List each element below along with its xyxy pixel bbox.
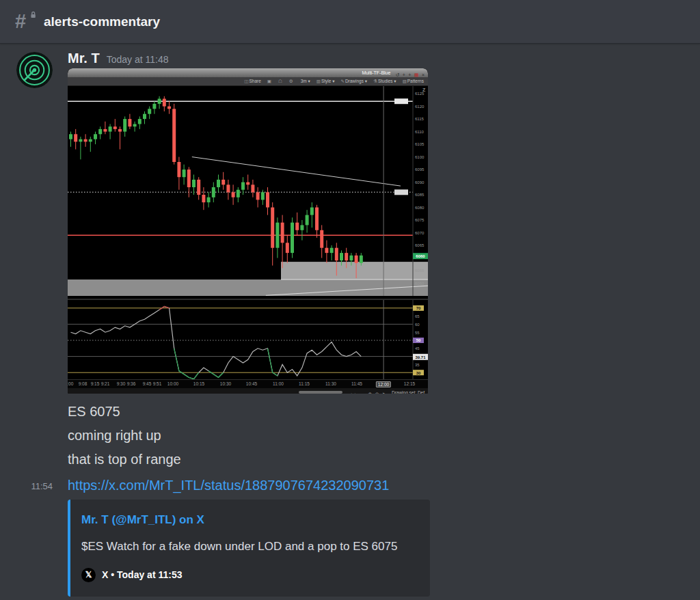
time-tick: 9:45 xyxy=(143,381,152,386)
embed-footer: 𝕏 X • Today at 11:53 xyxy=(81,565,419,584)
chart-bottom-strip: ◂ ▸ ↔ ⊕ ⊖ ➤ Drawing set: Def xyxy=(68,388,428,394)
support-zone xyxy=(68,279,428,296)
message-line: ES 6075 xyxy=(68,402,700,421)
chart-title: Multi-TF-Blue xyxy=(362,70,390,75)
lock-icon xyxy=(29,9,37,21)
message-group: Mr. T Today at 11:48 Multi-TF-Blue ↺ + +… xyxy=(0,51,700,597)
svg-text:6090: 6090 xyxy=(415,180,425,185)
time-tick: 9:15 xyxy=(91,381,100,386)
time-tick: 11:15 xyxy=(299,381,310,386)
chart-nav-icon[interactable]: ➤ xyxy=(382,392,386,394)
x-logo-icon: 𝕏 xyxy=(81,568,96,582)
chart-nav-icon[interactable]: ▸ xyxy=(355,392,358,394)
time-tick: 9:00 xyxy=(68,381,73,386)
chart-attachment[interactable]: Multi-TF-Blue ↺ + + ▦ × ◫Share▣☖⚙3m ▾▥St… xyxy=(68,68,428,394)
add-icon[interactable]: + xyxy=(408,72,411,77)
drawing-set-status: Drawing set: Def xyxy=(392,390,425,394)
embed-title[interactable]: Mr. T (@MrT_ITL) on X xyxy=(81,512,419,528)
toolbar-item[interactable]: ☖ xyxy=(278,79,283,84)
svg-text:50: 50 xyxy=(416,338,421,342)
chart-nav-icon[interactable]: ◂ xyxy=(349,392,352,394)
x-embed: Mr. T (@MrT_ITL) on X $ES Watch for a fa… xyxy=(68,500,430,597)
svg-text:6075: 6075 xyxy=(415,218,425,222)
message-lines: ES 6075 coming right up that is top of r… xyxy=(68,402,700,469)
author-name[interactable]: Mr. T xyxy=(68,51,100,66)
svg-text:70: 70 xyxy=(416,306,421,310)
svg-text:45: 45 xyxy=(415,346,420,351)
time-tick: 11:45 xyxy=(351,381,362,386)
time-tick: 9:21 xyxy=(101,381,110,386)
undo-icon[interactable]: ↺ xyxy=(395,72,399,77)
message-line: coming right up xyxy=(68,426,700,445)
svg-text:6120: 6120 xyxy=(415,105,425,109)
chart-nav-icon[interactable]: ⊕ xyxy=(368,392,372,394)
svg-text:39.71: 39.71 xyxy=(415,355,426,359)
message-timestamp: Today at 11:48 xyxy=(107,54,169,65)
time-axis: 9:009:089:159:219:309:369:459:5110:0010:… xyxy=(68,379,428,388)
svg-text:6095: 6095 xyxy=(415,167,425,172)
svg-text:60: 60 xyxy=(415,323,420,327)
time-tick: 9:36 xyxy=(127,381,136,386)
support-zone xyxy=(281,262,428,279)
avatar[interactable] xyxy=(16,52,53,88)
svg-text:35: 35 xyxy=(415,363,420,367)
toolbar-item[interactable]: ⚙ xyxy=(289,79,294,84)
svg-text:Z: Z xyxy=(422,87,426,92)
svg-text:6100: 6100 xyxy=(415,155,425,159)
toolbar-item[interactable]: ✎Drawings ▾ xyxy=(340,79,367,84)
svg-text:6055: 6055 xyxy=(415,269,425,273)
time-tick: 9:30 xyxy=(117,381,126,386)
svg-text:6115: 6115 xyxy=(415,117,425,121)
toolbar-item[interactable]: 3m ▾ xyxy=(300,79,310,84)
svg-text:6070: 6070 xyxy=(415,231,425,235)
message-line: that is top of range xyxy=(68,450,700,469)
price-pane[interactable]: 6122608660696125612061156110610561006095… xyxy=(68,86,428,296)
time-tick: 11:00 xyxy=(273,381,284,386)
svg-text:30: 30 xyxy=(416,371,421,375)
svg-text:6085: 6085 xyxy=(415,193,425,197)
link-message: 11:54 https://x.com/MrT_ITL/status/18879… xyxy=(68,476,700,597)
hash-icon: # xyxy=(15,10,26,32)
svg-text:6125: 6125 xyxy=(415,92,425,96)
channel-header: # alerts-commentary xyxy=(0,0,700,44)
svg-text:6065: 6065 xyxy=(415,243,425,247)
close-icon[interactable]: × xyxy=(422,72,425,77)
chart-titlebar-icons: ↺ + + ▦ × xyxy=(395,68,425,79)
svg-text:6069: 6069 xyxy=(396,86,406,87)
tweet-link[interactable]: https://x.com/MrT_ITL/status/18879076742… xyxy=(68,476,389,494)
svg-text:6080: 6080 xyxy=(415,206,425,210)
svg-text:6050: 6050 xyxy=(415,282,425,286)
svg-text:6110: 6110 xyxy=(415,130,425,134)
chart-nav-icon[interactable]: ⊖ xyxy=(375,392,379,394)
toolbar-item[interactable]: ▣ xyxy=(267,79,272,84)
channel-name: alerts-commentary xyxy=(44,14,160,29)
chart-toolbar: ◫Share▣☖⚙3m ▾▥Style ▾✎Drawings ▾⚗Studies… xyxy=(68,77,428,86)
grid-icon[interactable]: ▦ xyxy=(414,72,419,77)
chart-titlebar: Multi-TF-Blue ↺ + + ▦ × xyxy=(68,68,428,77)
time-tick: 9:08 xyxy=(79,381,88,386)
toolbar-item[interactable]: ⚗Studies ▾ xyxy=(373,79,396,84)
svg-text:65: 65 xyxy=(415,314,420,318)
time-tick: 12:00 xyxy=(376,381,391,387)
svg-text:6060: 6060 xyxy=(416,254,425,258)
indicator-pane[interactable]: 65605550454035302570503039.71 xyxy=(68,299,428,379)
chart-nav-icon[interactable]: ↔ xyxy=(360,392,365,394)
time-tick: 10:30 xyxy=(220,381,231,386)
time-tick: 9:51 xyxy=(153,381,162,386)
time-tick: 10:15 xyxy=(193,381,204,386)
message-header: Mr. T Today at 11:48 xyxy=(68,51,700,68)
toolbar-item[interactable]: ◫Share xyxy=(244,79,261,84)
add-icon[interactable]: + xyxy=(403,72,405,77)
channel-hash: # xyxy=(15,12,36,31)
time-tick: 10:00 xyxy=(167,381,178,386)
time-tick: 10:45 xyxy=(246,381,257,386)
time-tick: 11:30 xyxy=(325,381,336,386)
embed-description: $ES Watch for a fake down under LOD and … xyxy=(81,538,419,556)
time-tick: 12:15 xyxy=(404,381,415,386)
embed-footer-text: X • Today at 11:53 xyxy=(102,569,182,580)
hover-timestamp: 11:54 xyxy=(20,481,53,491)
toolbar-item[interactable]: ▧Patterns xyxy=(403,79,424,84)
toolbar-item[interactable]: ▥Style ▾ xyxy=(317,79,335,84)
chart-scrollbar[interactable] xyxy=(299,391,342,394)
svg-text:6105: 6105 xyxy=(415,142,425,146)
